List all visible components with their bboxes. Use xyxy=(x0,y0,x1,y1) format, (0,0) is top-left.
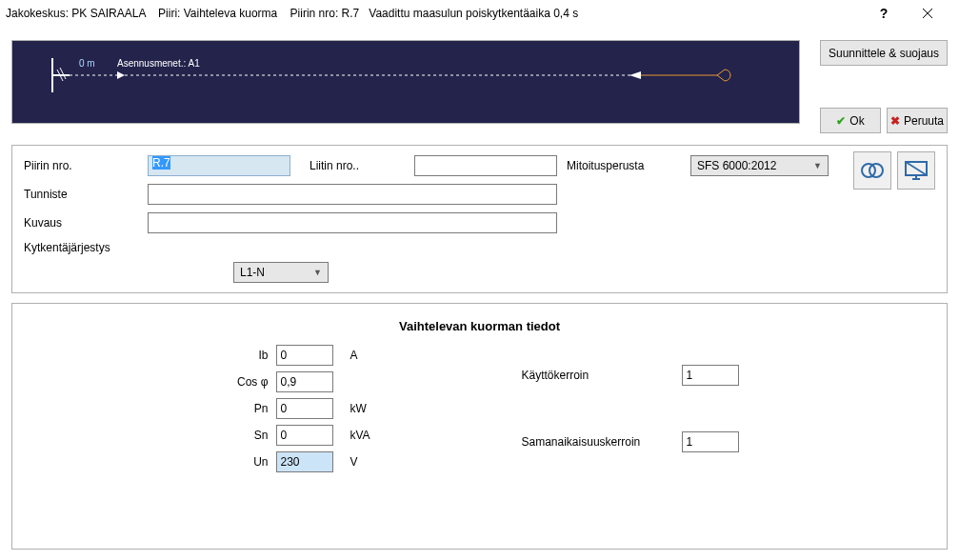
coincidence-input[interactable] xyxy=(682,431,739,452)
pn-label: Pn xyxy=(221,402,269,415)
coincidence-label: Samanaikaisuuskerroin xyxy=(522,435,674,449)
sizing-basis-select[interactable]: SFS 6000:2012 ▼ xyxy=(690,155,829,176)
window-title: Jakokeskus: PK SAIRAALA Piiri: Vaihtelev… xyxy=(6,7,862,20)
diagram-svg xyxy=(12,41,793,125)
identifier-label: Tunniste xyxy=(24,188,138,201)
unit-kw: kW xyxy=(350,402,389,415)
switching-value: L1-N xyxy=(240,266,265,279)
svg-line-16 xyxy=(906,162,927,175)
svg-marker-9 xyxy=(629,71,641,79)
unit-kva: kVA xyxy=(350,429,389,442)
terminal-no-input[interactable] xyxy=(414,155,557,176)
circuit-diagram: 0 m Asennusmenet.: A1 xyxy=(11,40,800,124)
cancel-button-label: Peruuta xyxy=(904,114,944,128)
svg-line-12 xyxy=(717,75,725,81)
chevron-down-icon: ▼ xyxy=(813,161,822,170)
transformer-button[interactable] xyxy=(853,151,891,190)
design-protect-button[interactable]: Suunnittele & suojaus xyxy=(820,40,948,66)
sn-input[interactable] xyxy=(276,425,333,446)
chevron-down-icon: ▼ xyxy=(313,268,322,277)
sizing-basis-value: SFS 6000:2012 xyxy=(697,159,776,172)
unit-a: A xyxy=(350,349,389,362)
svg-marker-7 xyxy=(117,71,125,79)
transformer-icon xyxy=(859,161,886,180)
sizing-basis-label: Mitoitusperusta xyxy=(567,159,681,172)
form-panel: Piirin nro. R.7 Liitin nro.. Mitoitusper… xyxy=(11,145,948,293)
switching-select[interactable]: L1-N ▼ xyxy=(233,262,329,283)
diagram-length-label: 0 m xyxy=(79,58,95,69)
check-icon: ✔ xyxy=(836,114,846,128)
circuit-no-input[interactable]: R.7 xyxy=(148,155,290,176)
title-bar: Jakokeskus: PK SAIRAALA Piiri: Vaihtelev… xyxy=(0,0,959,27)
cancel-button[interactable]: ✖ Peruuta xyxy=(887,108,948,133)
description-label: Kuvaus xyxy=(24,216,138,230)
util-input[interactable] xyxy=(682,365,739,386)
ib-label: Ib xyxy=(221,349,269,362)
diagram-install-label: Asennusmenet.: A1 xyxy=(117,58,200,69)
close-button[interactable] xyxy=(906,0,949,27)
identifier-input[interactable] xyxy=(148,184,557,205)
ok-button-label: Ok xyxy=(849,114,864,128)
close-icon xyxy=(923,9,932,18)
cosphi-label: Cos φ xyxy=(221,375,269,389)
help-button[interactable]: ? xyxy=(862,0,906,27)
un-label: Un xyxy=(221,455,269,469)
unit-v: V xyxy=(350,455,389,469)
description-input[interactable] xyxy=(148,212,557,233)
ok-button[interactable]: ✔ Ok xyxy=(820,108,881,133)
load-panel: Vaihtelevan kuorman tiedot Ib A Cos φ Pn… xyxy=(11,303,948,550)
switching-label: Kytkentäjärjestys xyxy=(24,241,138,254)
sn-label: Sn xyxy=(221,429,269,442)
pn-input[interactable] xyxy=(276,398,333,419)
util-label: Käyttökerroin xyxy=(522,369,674,382)
cross-icon: ✖ xyxy=(890,114,900,128)
section-title: Vaihtelevan kuorman tiedot xyxy=(12,319,947,333)
monitor-button[interactable] xyxy=(897,151,935,190)
ib-input[interactable] xyxy=(276,345,333,366)
circuit-no-label: Piirin nro. xyxy=(24,159,138,172)
cosphi-input[interactable] xyxy=(276,371,333,392)
un-input[interactable] xyxy=(276,451,333,472)
terminal-no-label: Liitin nro.. xyxy=(310,159,405,172)
monitor-icon xyxy=(904,160,929,181)
svg-line-11 xyxy=(717,70,725,75)
